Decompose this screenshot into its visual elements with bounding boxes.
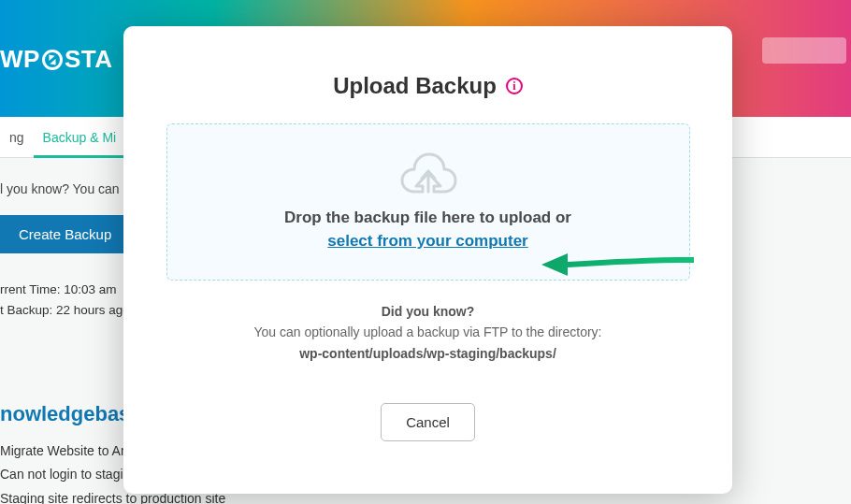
cloud-upload-icon — [399, 151, 457, 197]
drop-instructions: Drop the backup file here to upload or s… — [284, 207, 571, 252]
did-you-know-path: wp-content/uploads/wp-staging/backups/ — [253, 343, 601, 364]
drop-text-line: Drop the backup file here to upload or — [284, 209, 571, 226]
did-you-know-block: Did you know? You can optionally upload … — [253, 301, 601, 364]
info-icon[interactable]: i — [506, 78, 523, 94]
modal-title-text: Upload Backup — [333, 73, 497, 99]
modal-title: Upload Backup i — [333, 73, 523, 99]
cancel-button[interactable]: Cancel — [381, 403, 475, 441]
backup-dropzone[interactable]: Drop the backup file here to upload or s… — [166, 123, 690, 281]
did-you-know-heading: Did you know? — [253, 301, 601, 322]
did-you-know-body: You can optionally upload a backup via F… — [253, 322, 601, 342]
modal-overlay: Upload Backup i Drop the backup file her… — [0, 0, 851, 504]
select-from-computer-link[interactable]: select from your computer — [327, 232, 527, 250]
upload-backup-modal: Upload Backup i Drop the backup file her… — [123, 26, 732, 494]
